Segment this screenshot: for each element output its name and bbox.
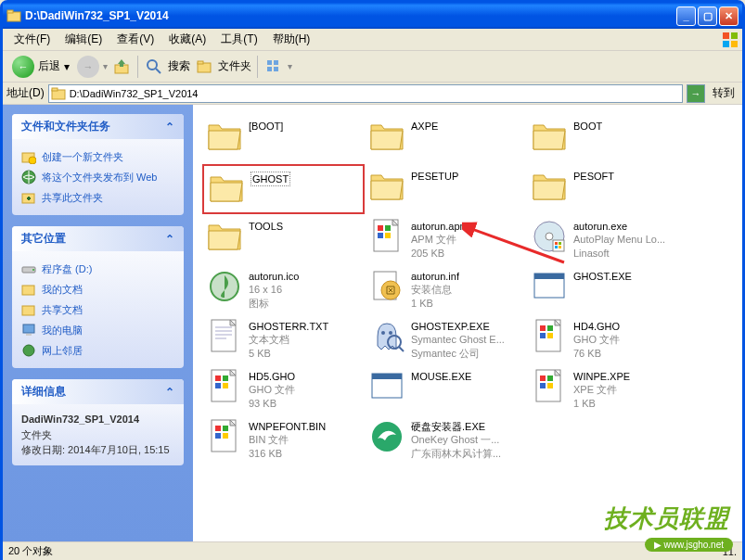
file-name: HD4.GHO — [573, 320, 620, 333]
file-item[interactable]: 硬盘安装器.EXEOneKey Ghost 一...广东雨林木风计算... — [365, 414, 527, 465]
file-item[interactable]: WINPE.XPEXPE 文件1 KB — [527, 364, 689, 414]
search-label[interactable]: 搜索 — [168, 58, 190, 74]
file-meta: 文本文档 — [249, 333, 328, 346]
place-drive-d[interactable]: 程序盘 (D:) — [21, 259, 174, 279]
menu-edit[interactable]: 编辑(E) — [58, 30, 109, 49]
menu-help[interactable]: 帮助(H) — [265, 30, 318, 49]
file-item[interactable]: [BOOT] — [202, 114, 365, 164]
file-meta: XPE 文件 — [573, 383, 630, 396]
status-left: 20 个对象 — [8, 544, 723, 558]
file-item[interactable]: BOOT — [527, 114, 689, 164]
menu-tools[interactable]: 工具(T) — [213, 30, 264, 49]
file-item[interactable]: HD4.GHOGHO 文件76 KB — [527, 314, 689, 364]
file-meta: 广东雨林木风计算... — [411, 447, 501, 460]
place-mycomputer[interactable]: 我的电脑 — [21, 320, 174, 340]
file-item[interactable]: TOOLS — [202, 214, 365, 264]
close-button[interactable]: ✕ — [719, 6, 739, 26]
collapse-icon: ⌃ — [165, 121, 174, 134]
file-name: autorun.inf — [411, 270, 459, 283]
app-icon — [529, 266, 570, 307]
file-item[interactable]: GHOST — [202, 164, 365, 214]
place-mydocs[interactable]: 我的文档 — [21, 279, 174, 299]
file-item[interactable]: GHOSTEXP.EXESymantec Ghost E...Symantec … — [365, 314, 527, 364]
file-item[interactable]: PESOFT — [527, 164, 689, 214]
task-new-folder[interactable]: 创建一个新文件夹 — [21, 146, 174, 167]
place-shareddocs[interactable]: 共享文档 — [21, 299, 174, 320]
file-item[interactable]: PESETUP — [365, 164, 527, 214]
network-icon — [21, 343, 36, 358]
file-item[interactable]: autorun.ico16 x 16图标 — [202, 264, 365, 314]
svg-rect-72 — [215, 426, 221, 431]
titlebar[interactable]: D:\DadiWin732_SP1_V2014 _ ▢ ✕ — [3, 3, 742, 29]
titlebar-icon — [6, 8, 21, 23]
client-area: 文件和文件夹任务 ⌃ 创建一个新文件夹 将这个文件夹发布到 Web 共享此文件夹 — [3, 105, 742, 541]
menu-file[interactable]: 文件(F) — [6, 30, 58, 49]
svg-rect-68 — [547, 375, 553, 381]
file-item[interactable]: WNPEFONT.BINBIN 文件316 KB — [202, 414, 365, 465]
toolbar: ← 后退 ▾ → ▾ 搜索 文件夹 ▾ — [3, 51, 742, 83]
search-button[interactable] — [144, 57, 164, 77]
svg-line-53 — [399, 347, 404, 351]
svg-rect-55 — [540, 325, 546, 331]
file-meta: 图标 — [249, 297, 299, 310]
task-share[interactable]: 共享此文件夹 — [21, 187, 174, 208]
forward-button[interactable]: → — [77, 56, 99, 78]
inf-icon — [366, 266, 407, 307]
maximize-button[interactable]: ▢ — [698, 6, 717, 26]
minimize-button[interactable]: _ — [676, 6, 696, 26]
file-name: PESETUP — [411, 170, 458, 183]
svg-rect-5 — [731, 41, 738, 47]
svg-rect-73 — [223, 426, 228, 431]
details-panel: 详细信息 ⌃ DadiWin732_SP1_V2014 文件夹 修改日期: 20… — [12, 379, 184, 465]
detail-name: DadiWin732_SP1_V2014 — [21, 412, 174, 427]
file-name: autorun.ico — [249, 270, 299, 283]
task-publish-web[interactable]: 将这个文件夹发布到 Web — [21, 167, 174, 187]
file-name: HD5.GHO — [249, 370, 295, 383]
place-network[interactable]: 网上邻居 — [21, 340, 174, 361]
file-item[interactable]: HD5.GHOGHO 文件93 KB — [202, 364, 365, 414]
svg-rect-16 — [52, 88, 58, 91]
address-value: D:\DadiWin732_SP1_V2014 — [70, 88, 199, 99]
file-item[interactable]: autorun.exeAutoPlay Menu Lo...Linasoft — [527, 214, 689, 264]
file-item[interactable]: GHOSTERR.TXT文本文档5 KB — [202, 314, 365, 364]
windows-flag-icon — [722, 32, 739, 48]
file-meta: 5 KB — [249, 347, 328, 360]
menu-favorites[interactable]: 收藏(A) — [161, 30, 213, 49]
svg-point-27 — [23, 345, 34, 356]
go-icon: → — [691, 88, 701, 99]
views-button[interactable] — [263, 57, 284, 77]
file-tasks-panel: 文件和文件夹任务 ⌃ 创建一个新文件夹 将这个文件夹发布到 Web 共享此文件夹 — [12, 114, 184, 215]
svg-rect-75 — [223, 433, 228, 439]
content-pane[interactable]: [BOOT]AXPEBOOTGHOSTPESETUPPESOFTTOOLSaut… — [193, 105, 742, 541]
forward-icon: → — [83, 61, 94, 72]
address-field[interactable]: D:\DadiWin732_SP1_V2014 — [48, 84, 683, 103]
svg-rect-29 — [378, 225, 383, 231]
file-name: AXPE — [411, 120, 438, 133]
file-item[interactable]: autorun.inf安装信息1 KB — [365, 264, 527, 314]
up-button[interactable] — [111, 57, 132, 77]
go-button[interactable]: → — [687, 84, 705, 103]
folders-button[interactable] — [194, 57, 214, 77]
file-meta: 1 KB — [573, 397, 630, 410]
file-meta: 76 KB — [573, 347, 620, 360]
svg-rect-37 — [559, 242, 561, 245]
folder-icon — [51, 87, 66, 100]
file-name: GHOST — [250, 172, 290, 186]
file-item[interactable]: GHOST.EXE — [527, 264, 689, 314]
folders-label[interactable]: 文件夹 — [218, 58, 251, 74]
svg-line-8 — [156, 69, 161, 73]
panel-header[interactable]: 文件和文件夹任务 ⌃ — [12, 114, 184, 139]
collapse-icon: ⌃ — [165, 233, 174, 246]
app-icon — [366, 366, 407, 407]
gho-icon — [204, 366, 245, 407]
file-meta: 205 KB — [411, 247, 469, 260]
panel-header[interactable]: 详细信息 ⌃ — [12, 379, 184, 404]
drive-icon — [21, 261, 36, 276]
file-item[interactable]: AXPE — [365, 114, 527, 164]
back-button[interactable]: ← 后退 ▾ — [8, 54, 73, 80]
panel-header[interactable]: 其它位置 ⌃ — [12, 226, 184, 251]
menu-view[interactable]: 查看(V) — [109, 30, 161, 49]
file-item[interactable]: MOUSE.EXE — [365, 364, 527, 414]
file-item[interactable]: autorun.apmAPM 文件205 KB — [365, 214, 527, 264]
svg-rect-3 — [731, 32, 738, 39]
